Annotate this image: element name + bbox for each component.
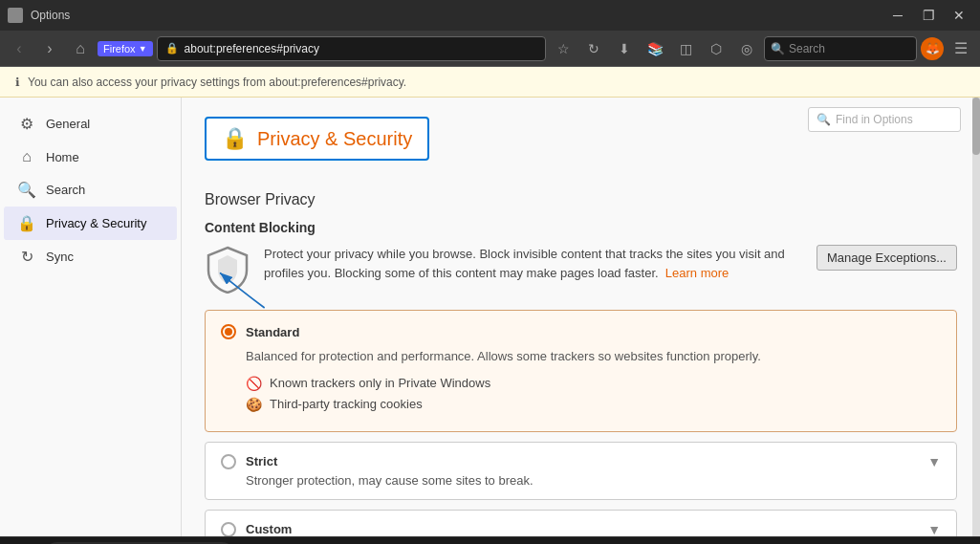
privacy-icon: 🔒: [17, 214, 36, 232]
info-bar: ℹ You can also access your privacy setti…: [0, 67, 980, 98]
info-icon: ℹ: [15, 76, 20, 89]
start-button[interactable]: [4, 539, 42, 545]
strict-option-card: Strict ▼ Stronger protection, may cause …: [205, 442, 957, 500]
sidebar-label-general: General: [46, 117, 90, 131]
standard-radio[interactable]: [221, 324, 236, 339]
firefox-badge: Firefox ▼: [98, 41, 153, 56]
refresh-button[interactable]: ↻: [580, 35, 607, 62]
custom-option-card: Custom ▼ Choose what to block.: [205, 510, 957, 537]
feature1-icon: 🚫: [246, 376, 262, 391]
page-title: Privacy & Security: [257, 128, 412, 150]
sidebar-toggle-button[interactable]: ◫: [672, 35, 699, 62]
feature2-icon: 🍪: [246, 397, 262, 412]
strict-chevron-icon: ▼: [927, 454, 941, 469]
find-placeholder: Find in Options: [836, 113, 913, 126]
page-lock-icon: 🔒: [222, 126, 248, 151]
scrollbar[interactable]: [972, 98, 980, 536]
sidebar-label-privacy: Privacy & Security: [46, 216, 146, 230]
find-input[interactable]: 🔍 Find in Options: [808, 107, 961, 132]
standard-option-card: Standard Balanced for protection and per…: [205, 310, 957, 432]
shield-icon-area: [205, 245, 250, 294]
download-button[interactable]: ⬇: [611, 35, 638, 62]
page-title-box: 🔒 Privacy & Security: [205, 117, 429, 161]
address-text: about:preferences#privacy: [185, 42, 319, 55]
library-button[interactable]: 📚: [642, 35, 668, 62]
strict-option-header: Strict ▼: [221, 454, 941, 469]
bookmark-button[interactable]: ☆: [550, 35, 577, 62]
custom-option-title: Custom: [246, 522, 292, 536]
taskbar-apps: e 📁 🛍 W P P 🌐: [277, 539, 854, 545]
standard-option-features: 🚫 Known trackers only in Private Windows…: [246, 376, 941, 412]
home-icon: ⌂: [17, 148, 36, 165]
back-button[interactable]: ‹: [6, 35, 33, 62]
firefox-label: Firefox: [103, 43, 136, 54]
content-blocking-title: Content Blocking: [205, 220, 957, 235]
taskbar-app-blue[interactable]: P: [586, 539, 621, 545]
app-icon: [8, 8, 23, 23]
content-blocking-row: Protect your privacy while you browse. B…: [205, 245, 957, 294]
sidebar-label-sync: Sync: [46, 250, 74, 264]
info-text: You can also access your privacy setting…: [28, 76, 406, 89]
sidebar-item-search[interactable]: 🔍 Search: [4, 173, 177, 207]
taskbar-task-view[interactable]: [241, 539, 275, 545]
taskbar-app-store[interactable]: 🛍: [510, 539, 544, 545]
standard-feature-1: 🚫 Known trackers only in Private Windows: [246, 376, 941, 391]
search-icon: 🔍: [771, 42, 785, 55]
content-blocking-desc-text: Protect your privacy while you browse. B…: [264, 245, 803, 282]
find-icon: 🔍: [817, 113, 831, 126]
window-title: Options: [31, 9, 70, 22]
restore-button[interactable]: ❐: [915, 2, 942, 29]
taskbar-app-green[interactable]: 🌐: [663, 539, 697, 545]
general-icon: ⚙: [17, 115, 36, 133]
manage-exceptions-button[interactable]: Manage Exceptions...: [817, 245, 957, 271]
feature1-text: Known trackers only in Private Windows: [270, 376, 490, 390]
custom-option-header: Custom ▼: [221, 522, 941, 537]
sidebar-item-general[interactable]: ⚙ General: [4, 107, 177, 141]
address-lock-icon: 🔒: [165, 42, 179, 54]
scrollbar-thumb[interactable]: [972, 98, 980, 155]
main-container: ⚙ General ⌂ Home 🔍 Search 🔒 Privacy & Se…: [0, 98, 980, 536]
standard-option-header: Standard: [221, 324, 941, 339]
title-bar: Options ─ ❐ ✕: [0, 0, 980, 31]
search-sidebar-icon: 🔍: [17, 181, 36, 199]
sidebar-label-home: Home: [46, 150, 79, 164]
strict-radio[interactable]: [221, 454, 236, 469]
taskbar-app-purple[interactable]: P: [624, 539, 659, 545]
content-area: 🔍 Find in Options 🔒 Privacy & Security B…: [182, 98, 980, 536]
close-button[interactable]: ✕: [946, 2, 972, 29]
browser-toolbar: ‹ › ⌂ Firefox ▼ 🔒 about:preferences#priv…: [0, 31, 980, 67]
firefox-account-icon[interactable]: 🦊: [921, 37, 944, 60]
sidebar-label-search: Search: [46, 183, 85, 197]
search-bar[interactable]: 🔍 Search: [764, 36, 917, 61]
learn-more-link[interactable]: Learn more: [665, 266, 729, 280]
custom-chevron-icon: ▼: [927, 522, 941, 537]
container-button[interactable]: ⬡: [703, 35, 730, 62]
sidebar-item-sync[interactable]: ↻ Sync: [4, 240, 177, 273]
sidebar-item-privacy[interactable]: 🔒 Privacy & Security: [4, 207, 177, 240]
custom-radio[interactable]: [221, 522, 236, 537]
browser-privacy-section: Browser Privacy Content Blocking Protect…: [205, 191, 957, 536]
browser-privacy-title: Browser Privacy: [205, 191, 957, 208]
taskbar-app-edge[interactable]: e: [433, 539, 468, 545]
sidebar: ⚙ General ⌂ Home 🔍 Search 🔒 Privacy & Se…: [0, 98, 182, 536]
pocket-button[interactable]: ◎: [733, 35, 760, 62]
find-bar: 🔍 Find in Options: [808, 107, 961, 132]
strict-option-title: Strict: [246, 454, 277, 468]
sidebar-item-home[interactable]: ⌂ Home: [4, 141, 177, 173]
standard-option-title: Standard: [246, 325, 299, 339]
home-button[interactable]: ⌂: [67, 35, 94, 62]
menu-button[interactable]: ☰: [947, 35, 974, 62]
taskbar-app-word[interactable]: W: [548, 539, 582, 545]
standard-feature-2: 🍪 Third-party tracking cookies: [246, 397, 941, 412]
forward-button[interactable]: ›: [36, 35, 63, 62]
sync-icon: ↻: [17, 248, 36, 266]
standard-option-desc: Balanced for protection and performance.…: [246, 347, 941, 366]
search-placeholder: Search: [789, 42, 825, 55]
address-bar[interactable]: 🔒 about:preferences#privacy: [157, 36, 546, 61]
taskbar: 🔍 Type here to search e 📁 🛍 W P: [0, 536, 980, 544]
shield-icon: [207, 246, 249, 294]
strict-option-desc: Stronger protection, may cause some site…: [246, 473, 941, 488]
minimize-button[interactable]: ─: [884, 2, 911, 29]
feature2-text: Third-party tracking cookies: [270, 397, 423, 411]
taskbar-app-folder[interactable]: 📁: [471, 539, 506, 545]
